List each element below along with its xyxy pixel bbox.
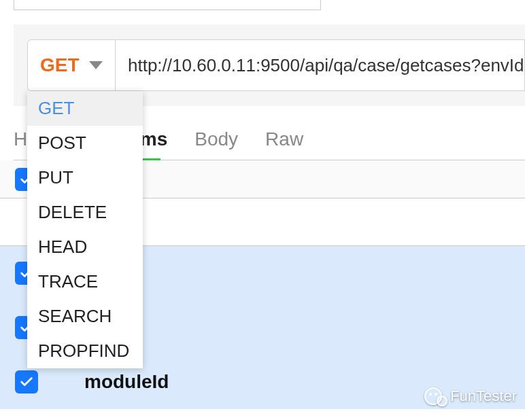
param-name: moduleId bbox=[84, 371, 169, 393]
method-option-get[interactable]: GET bbox=[27, 91, 143, 126]
checkmark-icon bbox=[19, 374, 34, 389]
chevron-down-icon bbox=[89, 61, 103, 69]
method-option-post[interactable]: POST bbox=[27, 126, 143, 160]
tab-params[interactable]: ms bbox=[140, 128, 167, 154]
method-option-propfind[interactable]: PROPFIND bbox=[27, 334, 143, 368]
http-method-label: GET bbox=[40, 54, 80, 76]
method-option-delete[interactable]: DELETE bbox=[27, 195, 143, 230]
tab-body[interactable]: Body bbox=[194, 128, 238, 154]
http-method-dropdown: GET POST PUT DELETE HEAD TRACE SEARCH PR… bbox=[27, 91, 143, 368]
method-option-head[interactable]: HEAD bbox=[27, 230, 143, 264]
method-option-put[interactable]: PUT bbox=[27, 160, 143, 195]
http-method-select[interactable]: GET bbox=[27, 39, 116, 91]
watermark: FunTester bbox=[424, 386, 517, 406]
tab-raw[interactable]: Raw bbox=[265, 128, 303, 154]
param-checkbox[interactable] bbox=[15, 370, 38, 393]
url-input[interactable]: http://10.60.0.11:9500/api/qa/case/getca… bbox=[116, 39, 525, 91]
wechat-icon bbox=[424, 386, 445, 406]
top-panel-fragment bbox=[14, 0, 321, 10]
method-option-trace[interactable]: TRACE bbox=[27, 264, 143, 299]
watermark-text: FunTester bbox=[450, 387, 517, 405]
method-option-search[interactable]: SEARCH bbox=[27, 299, 143, 334]
